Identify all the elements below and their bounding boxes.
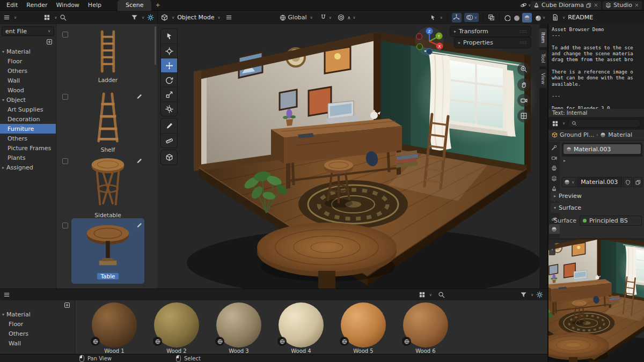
- browse-material-button[interactable]: ∨: [562, 177, 576, 187]
- breadcrumb-object[interactable]: Ground Pl...: [560, 131, 594, 138]
- sidebar-tab-item[interactable]: Item: [539, 28, 547, 47]
- asset-card-table-selected[interactable]: Table: [71, 218, 144, 284]
- settings-gear-icon[interactable]: [536, 291, 543, 298]
- material-asset-wood6[interactable]: Wood 6: [394, 301, 457, 354]
- secondary-viewport-canvas[interactable]: [548, 239, 644, 362]
- catalog-item[interactable]: Art Supplies: [0, 105, 56, 114]
- new-scene-icon[interactable]: [586, 3, 591, 8]
- navigation-gizmo[interactable]: Z Y X: [414, 26, 445, 58]
- properties-search-input[interactable]: [568, 119, 641, 128]
- editor-divider[interactable]: [547, 11, 548, 362]
- 3d-viewport[interactable]: ▸Transform∷∷ ▸Properties∷∷ Z Y X: [157, 24, 539, 289]
- catalog-item[interactable]: Plants: [0, 153, 56, 162]
- zoom-icon[interactable]: [517, 63, 530, 76]
- preview-panel-header[interactable]: ▸Preview: [551, 191, 642, 201]
- transform-panel-collapsed[interactable]: ▸Transform∷∷: [450, 26, 531, 36]
- catalog-item[interactable]: Wood: [0, 85, 56, 95]
- filter-icon[interactable]: [131, 14, 138, 21]
- edit-pencil-icon[interactable]: [136, 221, 142, 230]
- properties-filter-icon[interactable]: [552, 120, 559, 127]
- search-icon[interactable]: [438, 291, 445, 298]
- ortho-grid-icon[interactable]: [517, 109, 530, 122]
- catalog-item[interactable]: Decoration: [0, 114, 56, 124]
- shading-material-icon[interactable]: [522, 13, 532, 23]
- breadcrumb-material[interactable]: Material: [608, 131, 632, 138]
- display-mode-icon[interactable]: [419, 291, 426, 298]
- asset-checkbox[interactable]: [62, 94, 68, 100]
- catalog-item[interactable]: ▾Object: [0, 95, 56, 105]
- overlays-toggle[interactable]: ∨: [464, 13, 479, 22]
- proportional-edit-icon[interactable]: [338, 14, 345, 21]
- edit-pencil-icon[interactable]: [136, 93, 142, 101]
- viewport-menu-icon[interactable]: [225, 14, 232, 21]
- menu-help[interactable]: Help: [84, 1, 106, 10]
- tab-view-layer-icon[interactable]: [549, 173, 560, 183]
- transform-orientation-select[interactable]: Global∨: [280, 14, 313, 21]
- menu-edit[interactable]: Edit: [2, 1, 22, 10]
- slot-expand-arrow[interactable]: ▸: [564, 158, 566, 163]
- tool-select-box[interactable]: [161, 29, 177, 43]
- shading-wireframe-icon[interactable]: [504, 14, 510, 21]
- properties-panel-collapsed[interactable]: ▸Properties∷∷: [455, 38, 531, 48]
- material-slot-selected[interactable]: Material.003: [564, 144, 641, 154]
- surface-shader-button[interactable]: Principled BS: [580, 216, 642, 226]
- material-asset-wood3[interactable]: Wood 3: [208, 301, 270, 354]
- new-catalog-icon[interactable]: [64, 302, 70, 308]
- menu-render[interactable]: Render: [22, 1, 52, 10]
- material-name-field[interactable]: Material.003: [577, 177, 622, 187]
- new-catalog-icon[interactable]: [46, 39, 53, 45]
- text-datablock-name[interactable]: README: [568, 14, 593, 21]
- tool-cursor[interactable]: [161, 43, 177, 58]
- asset-card-ladder[interactable]: Ladder: [71, 27, 144, 85]
- catalog-item[interactable]: Others: [0, 134, 56, 143]
- material-slot-list[interactable]: Material.003: [562, 143, 642, 157]
- menu-window[interactable]: Window: [52, 1, 83, 10]
- collapse-arrow[interactable]: ‹: [549, 243, 555, 255]
- tool-move[interactable]: [161, 58, 177, 72]
- tool-rotate[interactable]: [161, 72, 177, 87]
- shading-rendered[interactable]: ∨: [535, 14, 545, 21]
- catalog-item[interactable]: Floor: [0, 56, 56, 66]
- tool-transform[interactable]: [161, 101, 177, 116]
- tab-tool-icon[interactable]: [549, 143, 560, 152]
- sidebar-tab-view[interactable]: View: [539, 69, 547, 88]
- scrollbar[interactable]: [155, 26, 156, 65]
- catalog-item[interactable]: ▾Material: [0, 47, 56, 56]
- edit-pencil-icon[interactable]: [136, 157, 142, 165]
- material-asset-wood5[interactable]: Wood 5: [332, 301, 394, 354]
- catalog-item[interactable]: Others: [0, 66, 56, 76]
- pan-hand-icon[interactable]: [517, 78, 530, 91]
- catalog-item[interactable]: ▾Material: [0, 309, 75, 319]
- remove-view-layer-icon[interactable]: [634, 3, 639, 8]
- catalog-item[interactable]: Wall: [0, 338, 75, 348]
- add-workspace-button[interactable]: +: [151, 1, 164, 10]
- catalog-item[interactable]: Wall: [0, 76, 56, 85]
- catalog-item-furniture[interactable]: Furniture: [0, 124, 56, 134]
- shading-solid-icon[interactable]: [513, 14, 519, 21]
- gizmo-toggle-icon[interactable]: [452, 13, 462, 23]
- editor-type-text-icon[interactable]: [552, 14, 559, 21]
- text-editor-content[interactable]: Asset Browser Demo --- To add the assets…: [548, 24, 644, 109]
- asset-source-select[interactable]: ent File∨: [2, 26, 54, 36]
- search-icon[interactable]: [60, 14, 67, 21]
- sidebar-tab-tool[interactable]: Tool: [539, 50, 547, 67]
- editor-type-viewport-icon[interactable]: [161, 14, 168, 21]
- catalog-item[interactable]: Picture Frames: [0, 143, 56, 153]
- tool-annotate[interactable]: [161, 119, 177, 133]
- display-mode-icon[interactable]: [43, 14, 50, 21]
- falloff-select[interactable]: ∧∨: [347, 15, 356, 20]
- material-asset-wood2[interactable]: Wood 2: [145, 301, 208, 354]
- surface-panel-header[interactable]: ▾Surface: [551, 203, 642, 213]
- asset-checkbox[interactable]: [62, 32, 68, 38]
- material-asset-wood1[interactable]: Wood 1: [83, 301, 145, 354]
- scene-datablock[interactable]: Cube Diorama: [531, 1, 601, 10]
- tab-output-icon[interactable]: [549, 163, 560, 173]
- editor-type-shelf-icon[interactable]: [3, 291, 10, 298]
- new-material-icon[interactable]: [633, 177, 642, 187]
- asset-checkbox[interactable]: [62, 223, 68, 228]
- unlink-scene-icon[interactable]: [594, 3, 598, 8]
- secondary-3d-viewport[interactable]: ‹: [548, 239, 644, 362]
- filter-icon[interactable]: [520, 291, 527, 298]
- tool-scale[interactable]: [161, 87, 177, 101]
- tool-add-cube[interactable]: [161, 150, 177, 165]
